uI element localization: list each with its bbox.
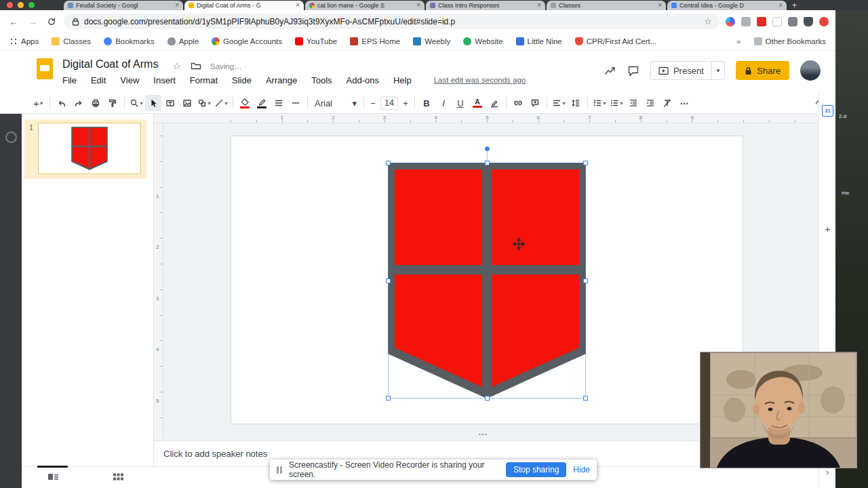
insert-shape-button[interactable]: ▾ bbox=[196, 95, 212, 111]
bookmarks-overflow-icon[interactable]: » bbox=[736, 37, 741, 45]
bookmark-google-accounts[interactable]: Google Accounts bbox=[212, 37, 282, 45]
more-options-button[interactable]: ⋯ bbox=[676, 95, 692, 111]
macos-minimize-button[interactable] bbox=[18, 2, 24, 8]
align-button[interactable]: ▾ bbox=[551, 95, 567, 111]
last-edit-link[interactable]: Last edit was seconds ago bbox=[434, 75, 526, 85]
reload-button[interactable] bbox=[45, 15, 58, 28]
menu-format[interactable]: Format bbox=[190, 75, 218, 85]
numbered-list-button[interactable]: ▾ bbox=[591, 95, 608, 111]
bookmark-website[interactable]: Website bbox=[463, 37, 502, 45]
fill-color-button[interactable] bbox=[237, 95, 253, 111]
puzzle-extension-icon[interactable] bbox=[788, 17, 797, 26]
tab-close-icon[interactable]: × bbox=[778, 2, 783, 9]
paint-format-button[interactable] bbox=[104, 95, 121, 111]
highlight-color-button[interactable] bbox=[486, 95, 502, 111]
bookmark-star-icon[interactable]: ☆ bbox=[704, 16, 712, 26]
line-spacing-button[interactable] bbox=[568, 95, 584, 111]
textbox-button[interactable] bbox=[162, 95, 178, 111]
menu-slide[interactable]: Slide bbox=[232, 75, 252, 85]
insights-icon[interactable] bbox=[604, 65, 616, 76]
slide-thumbnail-item[interactable]: 1 bbox=[24, 119, 146, 179]
bookmark-eps-home[interactable]: EPS Home bbox=[350, 37, 400, 45]
resize-handle-bottom[interactable] bbox=[485, 396, 490, 401]
bookmark-little-nine[interactable]: Little Nine bbox=[516, 37, 562, 45]
move-folder-icon[interactable] bbox=[191, 61, 201, 70]
redo-button[interactable] bbox=[71, 95, 87, 111]
rotation-handle[interactable] bbox=[485, 146, 490, 151]
border-color-button[interactable] bbox=[254, 95, 270, 111]
tab-close-icon[interactable]: × bbox=[175, 2, 179, 9]
tab-close-icon[interactable]: × bbox=[416, 2, 420, 9]
bookmark-youtube[interactable]: YouTube bbox=[295, 37, 337, 45]
font-size-input[interactable]: 14 bbox=[380, 96, 398, 110]
extension-icon[interactable] bbox=[741, 17, 751, 26]
add-addon-button[interactable]: + bbox=[819, 223, 836, 235]
bookmark-weebly[interactable]: Weebly bbox=[413, 37, 450, 45]
google-slides-logo-icon[interactable] bbox=[37, 58, 53, 79]
shield-extension-icon[interactable] bbox=[804, 17, 813, 26]
url-text[interactable]: docs.google.com/presentation/d/1ySM1pPIF… bbox=[84, 17, 699, 26]
adobe-extension-icon[interactable] bbox=[757, 17, 766, 26]
panel-collapse-icon[interactable]: › bbox=[819, 467, 836, 477]
macos-close-button[interactable] bbox=[7, 2, 13, 8]
bookmark-apple[interactable]: Apple bbox=[167, 37, 199, 45]
present-button[interactable]: Present bbox=[651, 66, 711, 76]
forward-button[interactable]: → bbox=[26, 15, 39, 28]
zoom-button[interactable]: ▾ bbox=[128, 95, 144, 111]
bulleted-list-button[interactable]: ▾ bbox=[608, 95, 625, 111]
insert-image-button[interactable] bbox=[179, 95, 195, 111]
other-bookmarks[interactable]: Other Bookmarks bbox=[754, 37, 826, 45]
border-weight-button[interactable] bbox=[271, 95, 287, 111]
hide-notification-button[interactable]: Hide bbox=[573, 465, 590, 474]
resize-handle-top-right[interactable] bbox=[583, 161, 588, 165]
comment-history-icon[interactable] bbox=[627, 65, 639, 77]
account-avatar[interactable] bbox=[800, 60, 821, 81]
resize-handle-left[interactable] bbox=[386, 279, 391, 283]
text-color-button[interactable]: A bbox=[469, 95, 486, 111]
italic-button[interactable]: I bbox=[435, 95, 452, 111]
insert-line-button[interactable]: ▾ bbox=[213, 95, 229, 111]
address-bar[interactable]: docs.google.com/presentation/d/1ySM1pPIF… bbox=[64, 14, 720, 29]
tab-class-intro-responses[interactable]: Class Intro Responses × bbox=[426, 1, 545, 10]
menu-file[interactable]: File bbox=[62, 75, 77, 85]
tab-close-icon[interactable]: × bbox=[296, 2, 300, 9]
tab-digital-coat-of-arms[interactable]: Digital Coat of Arms - G × bbox=[184, 1, 304, 10]
menu-view[interactable]: View bbox=[120, 75, 139, 85]
document-title[interactable]: Digital Coat of Arms bbox=[62, 58, 158, 70]
grid-view-button[interactable] bbox=[113, 472, 124, 482]
back-button[interactable]: ← bbox=[7, 15, 20, 28]
resize-handle-right[interactable] bbox=[583, 279, 588, 283]
present-dropdown-button[interactable]: ▾ bbox=[711, 62, 725, 79]
screencastify-extension-icon[interactable] bbox=[819, 17, 829, 26]
extension-icon[interactable] bbox=[726, 17, 735, 26]
add-comment-button[interactable] bbox=[527, 95, 543, 111]
resize-handle-top[interactable] bbox=[485, 161, 490, 165]
bookmark-classes[interactable]: Classes bbox=[52, 37, 91, 45]
resize-handle-bottom-right[interactable] bbox=[583, 396, 588, 401]
tab-close-icon[interactable]: × bbox=[658, 2, 662, 9]
tab-close-icon[interactable]: × bbox=[537, 2, 541, 9]
insert-link-button[interactable] bbox=[510, 95, 526, 111]
bold-button[interactable]: B bbox=[418, 95, 435, 111]
stop-sharing-button[interactable]: Stop sharing bbox=[506, 462, 566, 477]
bookmark-apps[interactable]: Apps bbox=[9, 37, 39, 45]
print-button[interactable] bbox=[87, 95, 104, 111]
notes-resize-handle[interactable]: ⋯ bbox=[478, 428, 489, 439]
menu-arrange[interactable]: Arrange bbox=[266, 75, 297, 85]
underline-button[interactable]: U bbox=[452, 95, 469, 111]
font-family-select[interactable]: Arial▾ bbox=[311, 95, 360, 111]
bookmark-bookmarks[interactable]: Bookmarks bbox=[104, 37, 155, 45]
menu-insert[interactable]: Insert bbox=[153, 75, 176, 85]
notes-extension-icon[interactable] bbox=[772, 17, 782, 26]
clear-formatting-button[interactable] bbox=[659, 95, 675, 111]
menu-tools[interactable]: Tools bbox=[311, 75, 332, 85]
tab-feudal-society[interactable]: Feudal Society - Googl × bbox=[64, 1, 183, 10]
star-document-icon[interactable]: ☆ bbox=[173, 61, 181, 71]
menu-edit[interactable]: Edit bbox=[91, 75, 106, 85]
select-tool-button[interactable] bbox=[145, 95, 161, 111]
increase-indent-button[interactable] bbox=[642, 95, 658, 111]
bookmark-cpr-first-aid[interactable]: CPR/First Aid Cert... bbox=[575, 37, 657, 45]
share-button[interactable]: Share bbox=[736, 61, 789, 80]
macos-zoom-button[interactable] bbox=[28, 2, 35, 8]
resize-handle-top-left[interactable] bbox=[386, 161, 391, 165]
